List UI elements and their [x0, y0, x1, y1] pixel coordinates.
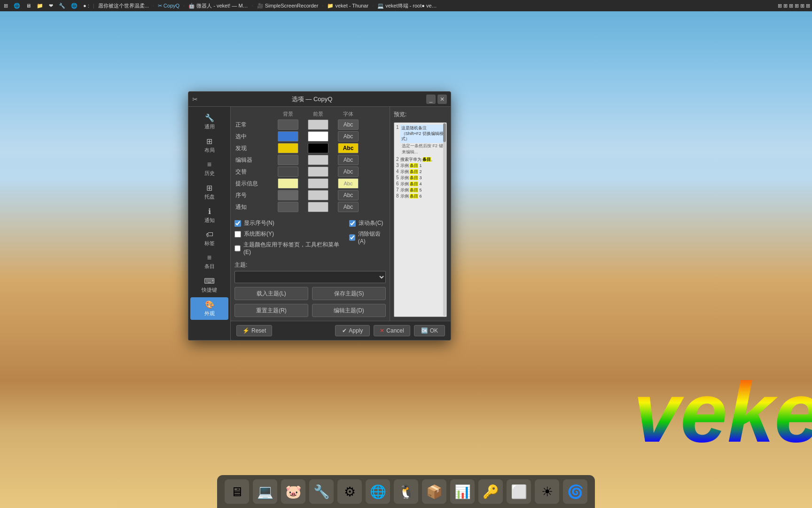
normal-fg-swatch[interactable]	[308, 119, 328, 130]
checkbox-sys-icon[interactable]: 系统图标(Y)	[234, 230, 340, 238]
dock-icon-12[interactable]: 🌀	[563, 479, 587, 504]
save-theme-button[interactable]: 保存主题(S)	[312, 287, 386, 300]
scrollbar-checkbox[interactable]	[349, 220, 356, 227]
load-theme-button[interactable]: 载入主题(L)	[234, 287, 308, 300]
taskbar-icon-5[interactable]: 🔧	[57, 0, 67, 11]
show-num-checkbox[interactable]	[234, 220, 241, 227]
editor-fg-swatch[interactable]	[308, 155, 328, 165]
checkbox-antialias[interactable]: 消除锯齿(A)	[349, 230, 386, 245]
taskbar-icon-1[interactable]: 🌐	[12, 0, 22, 11]
number-bg-swatch[interactable]	[278, 190, 298, 200]
alt-bg-swatch[interactable]	[278, 167, 298, 177]
taskbar-top-right: ⊞ ⊞ ⊞ ⊞ ⊞ ⊞	[778, 3, 810, 9]
dock-icon-4[interactable]: ⚙	[337, 479, 362, 504]
dock-icon-6[interactable]: 🐧	[394, 479, 418, 504]
reset-button[interactable]: ⚡ Reset	[236, 325, 272, 336]
taskbar-window-6[interactable]: 💻 veket终端 - root● ve…	[375, 0, 438, 11]
taskbar-window-1[interactable]: 愿你被这个世界温柔...	[96, 0, 151, 11]
left-content: 背景 前景 字体 正常 Abc	[231, 107, 390, 321]
theme-color-checkbox[interactable]	[234, 245, 241, 252]
taskbar-window-5[interactable]: 📁 veket - Thunar	[325, 0, 370, 11]
notification-font-btn[interactable]: Abc	[338, 202, 359, 212]
taskbar-window-3[interactable]: 🤖 微器人 - veket! — M…	[187, 0, 250, 11]
sidebar-item-tags[interactable]: 🏷 标签	[190, 228, 228, 250]
reset-icon: ⚡	[242, 327, 250, 334]
notification-bg-swatch[interactable]	[278, 202, 298, 212]
sidebar-item-layout[interactable]: ⊞ 布局	[190, 134, 228, 157]
reset-theme-button[interactable]: 重置主题(R)	[234, 304, 308, 317]
alt-font-btn[interactable]: Abc	[338, 167, 359, 177]
preview-text-2: 搜索字串为 条目。	[400, 157, 436, 163]
table-header: 背景 前景 字体	[234, 111, 386, 118]
checkbox-col-right: 滚动条(C) 消除锯齿(A)	[349, 219, 386, 255]
preview-scrollbar-thumb[interactable]	[443, 123, 446, 142]
appearance-icon: 🎨	[205, 300, 214, 309]
dock-icon-11[interactable]: ☀	[535, 479, 559, 504]
ok-label: OK	[430, 327, 438, 334]
selected-font-btn[interactable]: Abc	[338, 131, 359, 142]
taskbar-icon-6[interactable]: 🌐	[69, 0, 79, 11]
number-fg-swatch[interactable]	[308, 190, 328, 200]
sidebar-label-general: 通用	[204, 123, 215, 130]
sidebar-item-history[interactable]: ≡ 历史	[190, 158, 228, 180]
sidebar-item-appearance[interactable]: 🎨 外观	[190, 297, 228, 320]
dock-icon-2[interactable]: 🐷	[281, 479, 305, 504]
dock-icon-7[interactable]: 📦	[422, 479, 446, 504]
taskbar-menu-icon[interactable]: ⊞	[2, 0, 10, 11]
sidebar-item-items[interactable]: ≡ 条目	[190, 251, 228, 273]
taskbar-window-2[interactable]: ✂ CopyQ	[156, 0, 181, 11]
notification-fg-swatch[interactable]	[308, 202, 328, 212]
dialog-minimize-button[interactable]: _	[426, 95, 436, 104]
antialias-checkbox[interactable]	[349, 234, 355, 241]
dock-icon-9[interactable]: 🔑	[478, 479, 503, 504]
selected-bg-swatch[interactable]	[278, 131, 298, 142]
apply-button[interactable]: ✔ Apply	[335, 325, 370, 336]
found-fg-swatch[interactable]	[308, 143, 328, 153]
taskbar-icon-3[interactable]: 📁	[35, 0, 45, 11]
number-font-btn[interactable]: Abc	[338, 190, 359, 200]
taskbar-window-4[interactable]: 🎥 SimpleScreenRecorder	[255, 0, 320, 11]
tooltip-bg-swatch[interactable]	[278, 178, 298, 189]
dock-icon-3[interactable]: 🔧	[309, 479, 334, 504]
alt-fg-swatch[interactable]	[308, 167, 328, 177]
sys-icon-checkbox[interactable]	[234, 231, 241, 238]
theme-section: 主题: 载入主题(L) 保存主题(S) 重置主题(R) 编辑主题(D)	[234, 261, 386, 317]
preview-text-8: 示例 条目 6	[400, 193, 422, 199]
dialog-close-button[interactable]: ✕	[437, 95, 447, 104]
dock-icon-10[interactable]: ⬜	[507, 479, 531, 504]
preview-item-6: 6 示例 条目 4	[396, 181, 445, 187]
taskbar-icon-2[interactable]: 🖥	[24, 0, 33, 11]
checkbox-show-num[interactable]: 显示序号(N)	[234, 219, 340, 227]
dock-icon-0[interactable]: 🖥	[225, 479, 249, 504]
found-bg-swatch[interactable]	[278, 143, 298, 153]
cancel-x-icon: ✕	[380, 327, 384, 334]
sidebar-item-general[interactable]: 🔧 通用	[190, 111, 228, 133]
theme-select[interactable]	[234, 271, 386, 283]
preview-scrollbar[interactable]	[443, 123, 446, 316]
cancel-button[interactable]: ✕ Cancel	[374, 325, 410, 336]
ok-button[interactable]: 🆗 OK	[414, 325, 445, 336]
editor-bg-swatch[interactable]	[278, 155, 298, 165]
preview-item-1: 1 这是随机备注（Shift+F2 切换编辑模式）	[396, 125, 445, 143]
sidebar-item-notify[interactable]: ℹ 通知	[190, 204, 228, 227]
checkbox-theme-color[interactable]: 主题颜色应用于标签页，工具栏和菜单(E)	[234, 241, 340, 255]
tray-icon: ⊞	[206, 183, 212, 192]
sidebar-item-tray[interactable]: ⊞ 托盘	[190, 181, 228, 203]
dock-icon-5[interactable]: 🌐	[366, 479, 390, 504]
found-font-btn[interactable]: Abc	[338, 143, 359, 153]
dock-icon-1[interactable]: 💻	[253, 479, 277, 504]
window-1-label: 愿你被这个世界温柔...	[98, 2, 149, 9]
tooltip-font-btn[interactable]: Abc	[338, 178, 359, 189]
checkbox-scrollbar[interactable]: 滚动条(C)	[349, 219, 386, 227]
dock-icon-8[interactable]: 📊	[450, 479, 475, 504]
taskbar-icon-7[interactable]: ● :	[81, 0, 91, 11]
sidebar-item-shortcuts[interactable]: ⌨ 快捷键	[190, 274, 228, 296]
editor-font-btn[interactable]: Abc	[338, 155, 359, 165]
taskbar-icon-4[interactable]: ❤	[47, 0, 55, 11]
dialog-overlay: ✂ 选项 — CopyQ _ ✕ 🔧 通用 ⊞ 布局 ≡ 历史	[0, 11, 812, 508]
tooltip-fg-swatch[interactable]	[308, 178, 328, 189]
normal-font-btn[interactable]: Abc	[338, 119, 359, 130]
edit-theme-button[interactable]: 编辑主题(D)	[312, 304, 386, 317]
normal-bg-swatch[interactable]	[278, 119, 298, 130]
selected-fg-swatch[interactable]	[308, 131, 328, 142]
